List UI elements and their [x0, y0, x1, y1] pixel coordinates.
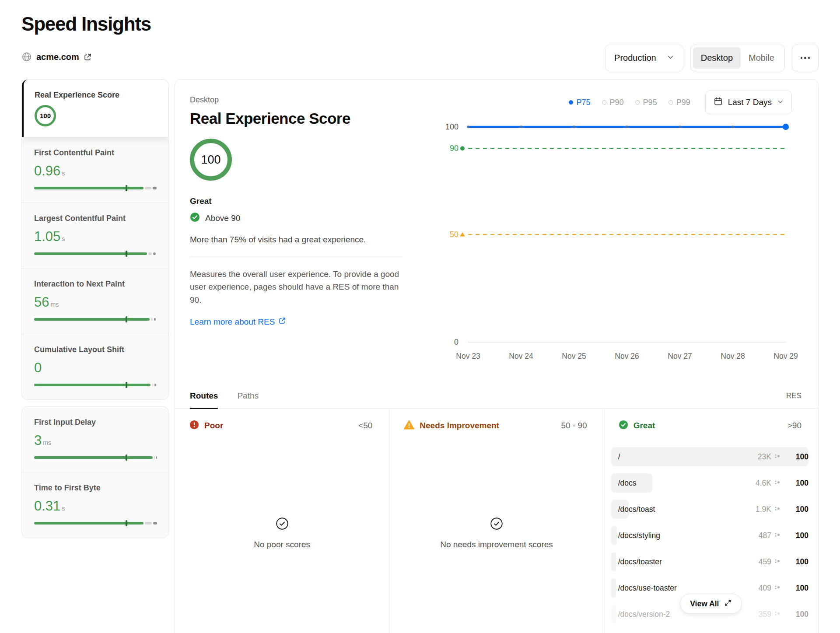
check-circle-icon	[619, 420, 628, 431]
metric-value-number: 56	[34, 294, 49, 310]
x-tick-nov-23: Nov 23	[456, 352, 480, 360]
route-name: /docs/version-2	[618, 610, 670, 619]
route-row[interactable]: /docs/toast1.9K100	[611, 500, 808, 519]
view-all-button[interactable]: View All	[680, 594, 742, 614]
bar-great-segment	[34, 318, 150, 321]
legend-dot-icon	[668, 100, 673, 105]
res-score-ring: 100	[190, 139, 232, 181]
route-row[interactable]: /23K100	[611, 447, 808, 466]
bar-needs-improvement-segment	[154, 456, 155, 459]
rating-detail: Above 90	[205, 213, 240, 223]
route-visits: 23K	[758, 452, 771, 462]
route-score: 100	[780, 610, 808, 619]
device-tab-mobile[interactable]: Mobile	[741, 47, 782, 69]
metric-distribution-bar	[34, 187, 156, 189]
metric-value-number: 1.05	[34, 229, 60, 244]
score-column-great: Great >90 /23K100/docs4.6K100/docs/toast…	[604, 409, 818, 633]
chevron-down-icon	[667, 53, 674, 63]
metric-value-number: 3	[34, 433, 42, 448]
view-all-label: View All	[690, 599, 719, 609]
date-range-select[interactable]: Last 7 Days	[705, 91, 792, 114]
metric-value-number: 0.96	[34, 163, 60, 178]
data-point-latest	[783, 124, 789, 130]
metric-card-first-input-delay[interactable]: First Input Delay3ms	[22, 407, 168, 472]
route-row[interactable]: /docs/toaster459100	[611, 552, 808, 571]
bar-needs-improvement-segment	[152, 384, 154, 386]
metric-card-largest-contentful-paint[interactable]: Largest Contentful Paint1.05s	[22, 203, 168, 268]
bar-p75-marker	[126, 520, 127, 526]
route-score: 100	[780, 452, 808, 462]
route-visits: 1.9K	[756, 505, 771, 514]
external-link-icon	[278, 317, 286, 327]
metric-value: 0.96s	[34, 163, 156, 179]
metric-value: 56ms	[34, 294, 156, 310]
route-share-bar	[611, 552, 616, 571]
metric-card-time-to-first-byte[interactable]: Time to First Byte0.31s	[22, 472, 168, 538]
threshold-dot-marker	[460, 146, 465, 150]
poor-empty-text: No poor scores	[254, 540, 310, 549]
percentile-legend: P75P90P95P99	[569, 98, 690, 107]
bar-poor-segment	[153, 522, 157, 525]
device-tab-desktop[interactable]: Desktop	[693, 47, 741, 69]
needs-improvement-empty-state: No needs improvement scores	[389, 517, 603, 549]
metric-distribution-bar	[34, 252, 156, 255]
legend-item-p99[interactable]: P99	[668, 98, 690, 107]
route-visits: 487	[759, 531, 771, 540]
great-range: >90	[788, 421, 802, 430]
metric-distribution-bar	[34, 456, 156, 459]
visitors-icon	[774, 479, 780, 487]
tab-routes[interactable]: Routes	[190, 383, 218, 409]
legend-dot-icon	[602, 100, 606, 105]
metric-card-interaction-to-next-paint[interactable]: Interaction to Next Paint56ms	[22, 268, 168, 334]
data-point	[626, 126, 628, 128]
metric-score-value: 100	[40, 112, 51, 119]
metric-card-cumulative-layout-shift[interactable]: Cumulative Layout Shift0	[22, 334, 168, 399]
legend-item-p95[interactable]: P95	[635, 98, 657, 107]
route-name: /	[618, 452, 620, 462]
bar-needs-improvement-segment	[148, 252, 152, 255]
metric-title: Real Experience Score	[35, 91, 156, 100]
score-description: Measures the overall user experience. To…	[190, 268, 402, 306]
route-visits: 4.6K	[756, 479, 771, 488]
x-tick-nov-25: Nov 25	[562, 352, 586, 360]
external-link-icon[interactable]	[84, 53, 92, 61]
bar-p75-marker	[126, 455, 127, 461]
route-score: 100	[780, 505, 808, 514]
y-tick-50: 50	[450, 230, 458, 239]
route-name: /docs/toaster	[618, 557, 662, 567]
poor-label: Poor	[204, 421, 223, 430]
metric-value: 0	[34, 360, 156, 376]
route-share-bar	[611, 526, 617, 545]
learn-more-label: Learn more about RES	[190, 317, 275, 327]
y-tick-90: 90	[450, 144, 458, 153]
site-name[interactable]: acme.com	[36, 52, 79, 62]
data-point	[679, 126, 681, 128]
route-row-values: 487100	[759, 531, 808, 540]
environment-select[interactable]: Production	[605, 45, 683, 71]
y-tick-100: 100	[445, 122, 458, 131]
route-score: 100	[780, 479, 808, 488]
panel-title: Real Experience Score	[190, 110, 402, 127]
route-row[interactable]: /docs/styling487100	[611, 526, 808, 545]
speed-insights-page: Speed Insights acme.com Production Deskt…	[0, 0, 840, 633]
metric-card-real-experience-score[interactable]: Real Experience Score100	[22, 80, 168, 137]
legend-item-p75[interactable]: P75	[569, 98, 591, 107]
bar-needs-improvement-segment	[145, 522, 152, 525]
legend-label: P99	[676, 98, 690, 107]
legend-item-p90[interactable]: P90	[602, 98, 624, 107]
metric-card-first-contentful-paint[interactable]: First Contentful Paint0.96s	[22, 137, 168, 203]
bar-poor-segment	[156, 456, 157, 459]
visitors-icon	[774, 610, 780, 619]
score-summary-text: More than 75% of visits had a great expe…	[190, 235, 402, 245]
route-row[interactable]: /docs4.6K100	[611, 473, 808, 493]
data-point	[467, 126, 469, 128]
route-score: 100	[780, 557, 808, 567]
data-point	[732, 126, 734, 128]
metric-unit: s	[62, 505, 65, 512]
tab-paths[interactable]: Paths	[237, 383, 259, 409]
more-button[interactable]	[792, 45, 819, 71]
metric-title: First Contentful Paint	[34, 148, 156, 157]
learn-more-link[interactable]: Learn more about RES	[190, 317, 286, 327]
bar-p75-marker	[126, 251, 127, 257]
metric-value: 3ms	[34, 433, 156, 448]
